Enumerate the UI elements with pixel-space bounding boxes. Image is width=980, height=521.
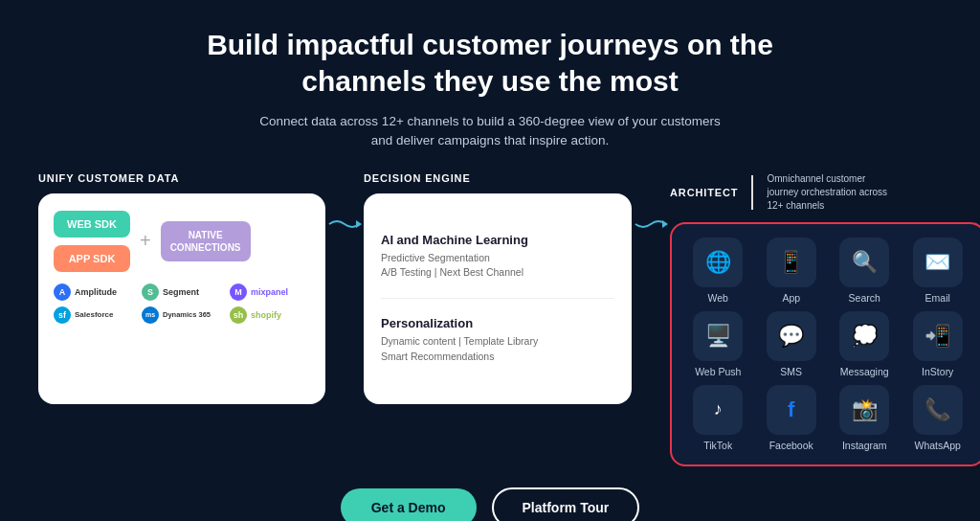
hero-subtitle: Connect data across 12+ channels to buil…: [251, 112, 729, 151]
sms-icon: 💬: [767, 311, 816, 361]
amplitude-logo: A Amplitude: [54, 283, 134, 301]
svg-marker-0: [356, 220, 362, 228]
buttons-row: Get a Demo Platform Tour: [341, 487, 640, 522]
sms-label: SMS: [780, 366, 802, 377]
app-label: App: [782, 292, 800, 304]
shopify-label: shopify: [251, 310, 281, 320]
amplitude-label: Amplitude: [75, 287, 117, 297]
sdk-row: WEB SDK APP SDK + NATIVECONNECTIONS: [54, 211, 310, 272]
svg-marker-1: [662, 220, 668, 228]
channel-search: 🔍 Search: [830, 238, 900, 304]
web-label: Web: [708, 292, 728, 304]
segment-label: Segment: [163, 287, 199, 297]
instory-label: InStory: [922, 366, 953, 377]
decision-card: AI and Machine Learning Predictive Segme…: [364, 193, 632, 404]
channel-instory: 📲 InStory: [903, 311, 973, 377]
plus-icon: +: [140, 230, 151, 252]
channel-facebook: f Facebook: [757, 385, 827, 451]
architect-label: ARCHITECT: [670, 187, 738, 198]
architect-header: ARCHITECT Omnichannel customer journey o…: [670, 172, 980, 213]
email-label: Email: [925, 292, 950, 304]
personalization-title: Personalization: [381, 316, 614, 330]
messaging-label: Messaging: [840, 366, 889, 377]
search-label: Search: [849, 292, 880, 304]
ai-section-title: AI and Machine Learning: [381, 233, 614, 247]
page-wrapper: Build impactful customer journeys on the…: [0, 0, 980, 521]
messaging-icon: 💭: [839, 311, 889, 361]
personalization-text: Dynamic content | Template LibrarySmart …: [381, 334, 614, 365]
segment-logo: S Segment: [142, 283, 222, 301]
channels-grid: 🌐 Web 📱 App 🔍 Search ✉️ Email: [683, 238, 972, 451]
facebook-icon: f: [767, 385, 816, 435]
channel-messaging: 💭 Messaging: [830, 311, 900, 377]
dynamics-label: Dynamics 365: [163, 310, 211, 319]
decision-label: DECISION ENGINE: [364, 172, 632, 184]
dynamics-dot: ms: [142, 306, 159, 324]
arrow-unify-to-decision: [325, 215, 364, 234]
unify-card: WEB SDK APP SDK + NATIVECONNECTIONS A Am…: [38, 193, 325, 404]
app-sdk-box: APP SDK: [54, 245, 130, 272]
decision-divider: [381, 298, 614, 299]
architect-title-block: ARCHITECT Omnichannel customer journey o…: [670, 172, 891, 213]
salesforce-logo: sf Salesforce: [54, 306, 134, 324]
web-sdk-box: WEB SDK: [54, 211, 130, 238]
channel-webpush: 🖥️ Web Push: [683, 311, 753, 377]
dynamics-logo: ms Dynamics 365: [142, 306, 222, 324]
architect-card: 🌐 Web 📱 App 🔍 Search ✉️ Email: [670, 222, 980, 466]
mixpanel-logo: M mixpanel: [230, 283, 310, 301]
architect-header-divider: [751, 175, 753, 210]
webpush-icon: 🖥️: [693, 311, 743, 361]
app-icon: 📱: [767, 238, 816, 287]
architect-desc: Omnichannel customer journey orchestrati…: [767, 172, 891, 213]
search-icon: 🔍: [839, 238, 889, 287]
unify-label: UNIFY CUSTOMER DATA: [38, 172, 325, 184]
tiktok-icon: ♪: [693, 385, 743, 435]
arrow-decision-to-architect: [632, 215, 670, 234]
shopify-dot: sh: [230, 306, 247, 324]
segment-dot: S: [142, 283, 159, 301]
native-connections-box: NATIVECONNECTIONS: [161, 221, 251, 261]
mixpanel-dot: M: [230, 283, 247, 301]
channel-tiktok: ♪ TikTok: [683, 385, 753, 451]
ai-section-text: Predictive SegmentationA/B Testing | Nex…: [381, 251, 614, 282]
instagram-label: Instagram: [842, 440, 887, 451]
hero-title: Build impactful customer journeys on the…: [155, 27, 825, 99]
channel-email: ✉️ Email: [903, 238, 973, 304]
whatsapp-icon: 📞: [913, 385, 963, 435]
sdk-col: WEB SDK APP SDK: [54, 211, 130, 272]
architect-column: ARCHITECT Omnichannel customer journey o…: [670, 172, 980, 466]
integrations-grid: A Amplitude S Segment M mixpanel sf Sale…: [54, 283, 310, 324]
unify-column: UNIFY CUSTOMER DATA WEB SDK APP SDK + NA…: [38, 172, 325, 404]
channel-sms: 💬 SMS: [757, 311, 827, 377]
columns-layout: UNIFY CUSTOMER DATA WEB SDK APP SDK + NA…: [38, 172, 942, 466]
instagram-icon: 📸: [839, 385, 889, 435]
instory-icon: 📲: [913, 311, 963, 361]
web-icon: 🌐: [693, 238, 743, 287]
facebook-label: Facebook: [769, 440, 813, 451]
channel-instagram: 📸 Instagram: [830, 385, 900, 451]
shopify-logo: sh shopify: [230, 306, 310, 324]
decision-section-ai: AI and Machine Learning Predictive Segme…: [381, 233, 614, 282]
channel-app: 📱 App: [757, 238, 827, 304]
tiktok-label: TikTok: [703, 440, 732, 451]
salesforce-dot: sf: [54, 306, 71, 324]
salesforce-label: Salesforce: [75, 310, 113, 319]
channel-whatsapp: 📞 WhatsApp: [903, 385, 973, 451]
channel-web: 🌐 Web: [683, 238, 753, 304]
decision-section-personalization: Personalization Dynamic content | Templa…: [381, 316, 614, 365]
get-demo-button[interactable]: Get a Demo: [341, 488, 477, 522]
mixpanel-label: mixpanel: [251, 287, 288, 297]
platform-tour-button[interactable]: Platform Tour: [492, 487, 640, 522]
whatsapp-label: WhatsApp: [915, 440, 961, 451]
webpush-label: Web Push: [695, 366, 741, 377]
decision-column: DECISION ENGINE AI and Machine Learning …: [364, 172, 632, 404]
amplitude-dot: A: [54, 283, 71, 301]
email-icon: ✉️: [913, 238, 963, 287]
